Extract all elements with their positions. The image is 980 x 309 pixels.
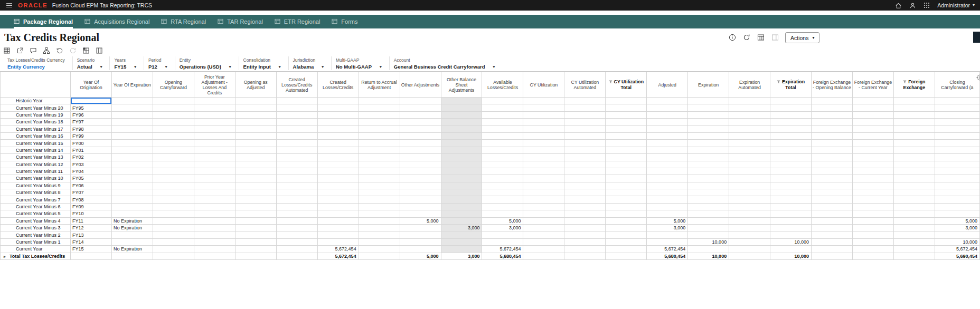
cell-current-year-minus-5-c15[interactable] (688, 210, 729, 217)
cell-current-year-minus-13-c14[interactable] (647, 154, 688, 161)
column-header-opening-carryforward[interactable]: Opening Carryforward (153, 72, 194, 98)
cell-current-year-minus-10-c13[interactable] (606, 175, 647, 182)
cell-total-tax-losses-credits-c20[interactable] (893, 253, 935, 259)
cell-historic-year-c19[interactable] (852, 98, 893, 104)
cell-historic-year-c15[interactable] (688, 98, 729, 104)
cell-current-year-minus-3-c0[interactable]: FY12 (70, 225, 111, 231)
cell-current-year-minus-17-c21[interactable] (935, 125, 979, 132)
cell-current-year-minus-15-c2[interactable] (153, 140, 194, 147)
column-header-prior-year-adjustment-losses-and-credits[interactable]: Prior Year Adjustment - Losses And Credi… (194, 72, 235, 98)
cell-current-year-minus-12-c13[interactable] (606, 161, 647, 168)
cell-current-year-minus-10-c1[interactable] (111, 175, 153, 182)
row-header-current-year[interactable]: Current Year (1, 246, 71, 253)
cell-historic-year-c2[interactable] (153, 98, 194, 104)
cell-current-year-minus-20-c21[interactable] (935, 104, 979, 111)
row-header-current-year-minus-11[interactable]: Current Year Minus 11 (1, 168, 71, 175)
cell-current-year-minus-1-c2[interactable] (153, 238, 194, 245)
cell-historic-year-c9[interactable] (441, 98, 482, 104)
cell-current-year-minus-8-c15[interactable] (688, 189, 729, 196)
cell-current-year-minus-10-c7[interactable] (359, 175, 400, 182)
column-header-expiration[interactable]: Expiration (688, 72, 729, 98)
cell-current-year-c0[interactable]: FY15 (70, 246, 111, 253)
cell-current-year-minus-1-c1[interactable] (111, 238, 153, 245)
row-header-current-year-minus-1[interactable]: Current Year Minus 1 (1, 238, 71, 245)
cell-total-tax-losses-credits-c16[interactable] (729, 253, 770, 259)
cell-current-year-minus-17-c2[interactable] (153, 125, 194, 132)
cell-current-year-minus-2-c21[interactable] (935, 231, 979, 238)
cell-borders-button[interactable] (83, 47, 89, 55)
cell-current-year-minus-17-c7[interactable] (359, 125, 400, 132)
cell-current-year-minus-10-c4[interactable] (235, 175, 276, 182)
row-header-current-year-minus-4[interactable]: Current Year Minus 4 (1, 217, 71, 224)
cell-current-year-minus-1-c0[interactable]: FY14 (70, 238, 111, 245)
cell-current-year-minus-19-c11[interactable] (523, 111, 564, 118)
cell-current-year-minus-13-c9[interactable] (441, 154, 482, 161)
cell-current-year-minus-7-c11[interactable] (523, 196, 564, 203)
cell-current-year-minus-17-c4[interactable] (235, 125, 276, 132)
cell-current-year-minus-11-c6[interactable] (317, 168, 359, 175)
cell-current-year-minus-16-c19[interactable] (852, 132, 893, 139)
cell-current-year-minus-2-c1[interactable] (111, 231, 153, 238)
cell-current-year-minus-7-c10[interactable] (482, 196, 523, 203)
cell-total-tax-losses-credits-c2[interactable] (153, 253, 194, 259)
cell-current-year-minus-1-c11[interactable] (523, 238, 564, 245)
cell-current-year-minus-12-c20[interactable] (893, 161, 935, 168)
cell-current-year-minus-8-c11[interactable] (523, 189, 564, 196)
cell-current-year-minus-7-c3[interactable] (194, 196, 235, 203)
cell-current-year-minus-15-c13[interactable] (606, 140, 647, 147)
cell-current-year-minus-15-c16[interactable] (729, 140, 770, 147)
cell-current-year-minus-17-c17[interactable] (770, 125, 812, 132)
cell-current-year-c6[interactable]: 5,672,454 (317, 246, 359, 253)
cell-current-year-minus-8-c12[interactable] (564, 189, 606, 196)
person-icon[interactable] (909, 2, 916, 9)
column-header-created-losses-credits-automated[interactable]: Created Losses/Credits Automated (276, 72, 317, 98)
cell-current-year-minus-6-c0[interactable]: FY09 (70, 203, 111, 210)
cell-current-year-minus-1-c17[interactable]: 10,000 (770, 238, 812, 245)
cell-current-year-minus-13-c16[interactable] (729, 154, 770, 161)
cell-current-year-minus-3-c20[interactable] (893, 225, 935, 231)
cell-current-year-minus-20-c20[interactable] (893, 104, 935, 111)
cell-current-year-minus-11-c7[interactable] (359, 168, 400, 175)
cell-current-year-minus-7-c6[interactable] (317, 196, 359, 203)
cell-current-year-minus-18-c16[interactable] (729, 119, 770, 125)
cell-current-year-minus-12-c4[interactable] (235, 161, 276, 168)
cell-current-year-minus-8-c16[interactable] (729, 189, 770, 196)
cell-current-year-minus-20-c2[interactable] (153, 104, 194, 111)
column-header-opening-as-adjusted[interactable]: Opening as Adjusted (235, 72, 276, 98)
cell-current-year-minus-3-c19[interactable] (852, 225, 893, 231)
cell-current-year-minus-4-c15[interactable] (688, 217, 729, 224)
cell-total-tax-losses-credits-c14[interactable]: 5,680,454 (647, 253, 688, 259)
cell-current-year-minus-3-c13[interactable] (606, 225, 647, 231)
cell-historic-year-c7[interactable] (359, 98, 400, 104)
cell-current-year-minus-5-c16[interactable] (729, 210, 770, 217)
column-header-created-losses-credits[interactable]: Created Losses/Credits (317, 72, 359, 98)
cell-current-year-minus-13-c5[interactable] (276, 154, 317, 161)
cell-current-year-c15[interactable] (688, 246, 729, 253)
cell-current-year-minus-19-c17[interactable] (770, 111, 812, 118)
cell-current-year-minus-11-c17[interactable] (770, 168, 812, 175)
row-header-historic-year[interactable]: Historic Year (1, 98, 71, 104)
cell-current-year-minus-13-c15[interactable] (688, 154, 729, 161)
cell-current-year-minus-19-c19[interactable] (852, 111, 893, 118)
cell-current-year-minus-1-c21[interactable]: 10,000 (935, 238, 979, 245)
cell-current-year-minus-10-c12[interactable] (564, 175, 606, 182)
cell-current-year-minus-11-c15[interactable] (688, 168, 729, 175)
row-header-current-year-minus-17[interactable]: Current Year Minus 17 (1, 125, 71, 132)
cell-current-year-minus-8-c9[interactable] (441, 189, 482, 196)
cell-current-year-minus-4-c16[interactable] (729, 217, 770, 224)
tab-forms[interactable]: Forms (332, 15, 357, 28)
cell-current-year-minus-17-c13[interactable] (606, 125, 647, 132)
cell-current-year-minus-18-c12[interactable] (564, 119, 606, 125)
cell-current-year-c18[interactable] (812, 246, 853, 253)
cell-current-year-minus-10-c16[interactable] (729, 175, 770, 182)
cell-current-year-minus-9-c3[interactable] (194, 182, 235, 189)
cell-current-year-minus-13-c10[interactable] (482, 154, 523, 161)
cell-current-year-minus-16-c16[interactable] (729, 132, 770, 139)
cell-current-year-minus-16-c6[interactable] (317, 132, 359, 139)
cell-current-year-minus-14-c11[interactable] (523, 147, 564, 153)
cell-current-year-minus-7-c12[interactable] (564, 196, 606, 203)
cell-current-year-minus-1-c19[interactable] (852, 238, 893, 245)
cell-current-year-minus-18-c19[interactable] (852, 119, 893, 125)
cell-current-year-minus-18-c7[interactable] (359, 119, 400, 125)
cell-current-year-minus-14-c15[interactable] (688, 147, 729, 153)
